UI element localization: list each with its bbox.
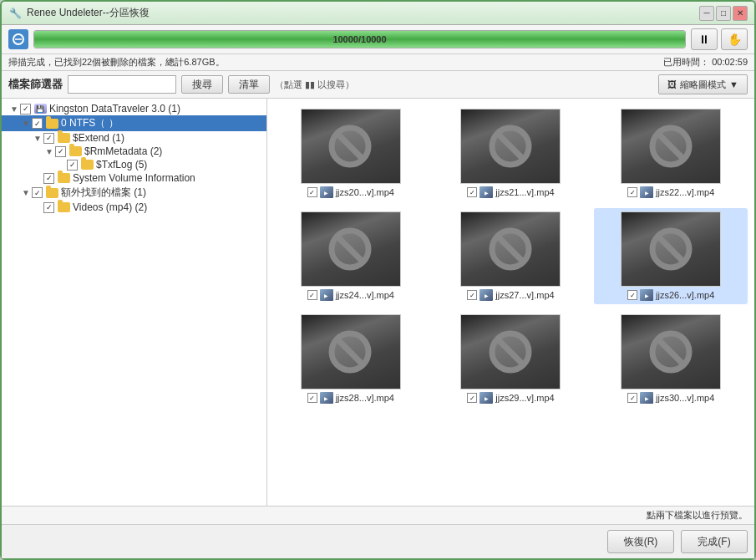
file-name-0: jjzs20...v].mp4 [336,187,394,197]
file-check-0[interactable] [307,187,317,197]
file-thumb-7 [460,314,561,389]
expand-0[interactable]: ▼ [8,103,20,115]
file-check-3[interactable] [307,290,317,300]
file-thumb-6 [301,314,401,389]
file-item-5[interactable]: ▶ jjzs26...v].mp4 [594,208,748,304]
file-name-8: jjzs30...v].mp4 [656,393,714,403]
title-bar: 🔧 Renee Undeleter--分區恢復 ─ □ ✕ [2,2,754,25]
file-item-2[interactable]: ▶ jjzs22...v].mp4 [594,105,748,201]
tree-label-3: $RmMetadata (2) [84,145,162,157]
stop-button[interactable]: ✋ [721,28,748,50]
file-name-row-7: ▶ jjzs29...v].mp4 [467,392,554,404]
tree-item-3[interactable]: ▼ $RmMetadata (2) [2,145,266,158]
minimize-button[interactable]: ─ [699,6,714,21]
file-item-8[interactable]: ▶ jjzs30...v].mp4 [594,311,748,407]
main-area: ▼ 💾 Kingston DataTraveler 3.0 (1) ▼ 0 NT… [2,99,754,506]
folder-icon-6 [45,187,58,199]
tree-item-7[interactable]: Videos (mp4) (2) [2,201,266,214]
filter-bar: 檔案篩選器 搜尋 清單 （點選 ▮▮ 以搜尋） 🖼 縮略圖模式 ▼ [2,71,754,99]
progress-text: 10000/10000 [332,34,386,44]
expand-6[interactable]: ▼ [20,187,32,199]
drive-glyph: 💾 [34,104,47,114]
progress-bar-container: 10000/10000 [33,30,686,48]
file-check-6[interactable] [307,393,317,403]
file-name-row-3: ▶ jjzs24...v].mp4 [307,289,394,301]
file-type-icon-1: ▶ [479,186,493,198]
file-item-6[interactable]: ▶ jjzs28...v].mp4 [274,311,428,407]
file-item-3[interactable]: ▶ jjzs24...v].mp4 [274,208,428,304]
clear-button[interactable]: 清單 [228,75,270,94]
file-type-icon-6: ▶ [320,392,333,404]
file-type-icon-4: ▶ [479,289,493,301]
tree-label-0: Kingston DataTraveler 3.0 (1) [49,103,180,115]
checkbox-1[interactable] [32,118,43,129]
file-thumb-2 [621,109,721,184]
file-check-2[interactable] [627,187,637,197]
expand-2[interactable]: ▼ [32,132,43,144]
tree-item-2[interactable]: ▼ $Extend (1) [2,131,266,145]
tree-item-1[interactable]: ▼ 0 NTFS（ ） [2,115,266,131]
folder-icon-7 [57,201,70,213]
file-item-1[interactable]: ▶ jjzs21...v].mp4 [434,105,588,201]
file-check-4[interactable] [467,290,477,300]
file-name-4: jjzs27...v].mp4 [495,290,554,300]
title-controls: ─ □ ✕ [699,6,748,21]
tree-item-6[interactable]: ▼ 額外找到的檔案 (1) [2,185,266,201]
file-thumb-1 [460,109,561,184]
filter-note: （點選 ▮▮ 以搜尋） [275,79,354,91]
checkbox-0[interactable] [20,104,31,115]
progress-bar-fill: 10000/10000 [34,31,685,48]
no-symbol-3 [327,227,373,272]
pause-button[interactable]: ⏸ [691,28,718,50]
tree-item-4[interactable]: $TxfLog (5) [2,158,266,171]
file-name-1: jjzs21...v].mp4 [495,187,554,197]
tree-item-0[interactable]: ▼ 💾 Kingston DataTraveler 3.0 (1) [2,102,266,115]
checkbox-4[interactable] [67,160,78,171]
file-name-7: jjzs29...v].mp4 [495,393,554,403]
file-thumb-5 [621,211,721,287]
view-mode-button[interactable]: 🖼 縮略圖模式 ▼ [658,74,748,94]
file-check-8[interactable] [627,393,637,403]
file-item-4[interactable]: ▶ jjzs27...v].mp4 [434,208,588,304]
file-name-row-5: ▶ jjzs26...v].mp4 [627,289,714,301]
tree-item-5[interactable]: System Volume Information [2,171,266,185]
file-check-7[interactable] [467,393,477,403]
file-name-6: jjzs28...v].mp4 [336,393,394,403]
checkbox-6[interactable] [32,187,43,198]
file-type-icon-8: ▶ [640,392,653,404]
file-name-3: jjzs24...v].mp4 [336,290,394,300]
checkbox-3[interactable] [55,146,66,157]
no-symbol-0 [327,124,373,170]
tree-panel: ▼ 💾 Kingston DataTraveler 3.0 (1) ▼ 0 NT… [2,99,267,506]
elapsed-time: 已用時間： 00:02:59 [663,56,748,69]
maximize-button[interactable]: □ [716,6,731,21]
drive-icon-0: 💾 [33,103,47,115]
file-check-5[interactable] [627,290,637,300]
file-name-row-2: ▶ jjzs22...v].mp4 [627,186,714,198]
close-button[interactable]: ✕ [733,6,748,21]
status-bar-top: 掃描完成，已找到22個被刪除的檔案，總計6.87GB。 已用時間： 00:02:… [2,54,754,71]
expand-1[interactable]: ▼ [20,118,32,130]
view-dropdown-icon: ▼ [729,79,738,89]
file-thumb-8 [621,314,721,389]
file-type-icon-3: ▶ [320,289,333,301]
finish-button[interactable]: 完成(F) [681,530,748,553]
file-name-row-1: ▶ jjzs21...v].mp4 [467,186,554,198]
title-bar-left: 🔧 Renee Undeleter--分區恢復 [8,6,150,20]
checkbox-5[interactable] [43,173,54,184]
filter-input[interactable] [68,75,176,94]
file-check-1[interactable] [467,187,477,197]
restore-button[interactable]: 恢復(R) [607,530,674,553]
checkbox-7[interactable] [43,202,54,213]
folder-icon-3 [68,145,82,157]
tree-label-1: 0 NTFS（ ） [61,116,119,130]
file-item-0[interactable]: ▶ jjzs20...v].mp4 [274,105,428,201]
file-name-row-4: ▶ jjzs27...v].mp4 [467,289,554,301]
file-item-7[interactable]: ▶ jjzs29...v].mp4 [434,311,588,407]
progress-toolbar: 10000/10000 ⏸ ✋ [2,25,754,54]
search-button[interactable]: 搜尋 [181,75,223,94]
status-footer-text: 點兩下檔案以進行預覽。 [647,510,748,520]
file-name-row-0: ▶ jjzs20...v].mp4 [307,186,394,198]
checkbox-2[interactable] [43,133,54,144]
expand-3[interactable]: ▼ [43,145,55,157]
